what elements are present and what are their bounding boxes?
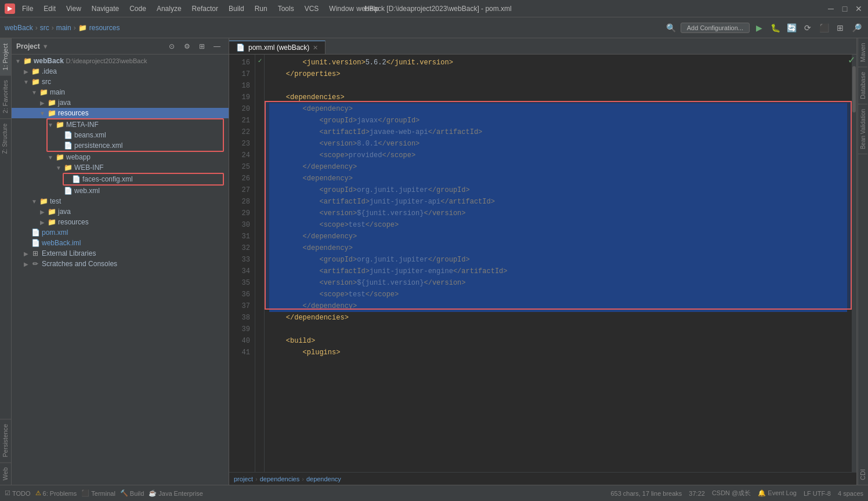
spaces-info[interactable]: 4 spaces — [838, 490, 863, 497]
search-everywhere-icon[interactable]: 🔎 — [849, 21, 863, 35]
tree-item-webback[interactable]: ▼ 📁 webBack D:\ideaproject2023\webBack — [12, 56, 229, 66]
breadcrumb-webback[interactable]: webBack — [5, 24, 33, 32]
scrollbar-thumb[interactable] — [852, 66, 856, 112]
tree-item-web-inf[interactable]: ▼ 📁 WEB-INF — [12, 162, 229, 173]
panel-tab-project[interactable]: 1: Project — [0, 38, 11, 75]
folder-icon-java: 📁 — [46, 99, 57, 107]
todo-button[interactable]: ☑ TODO — [5, 489, 31, 497]
panel-tab-favorites[interactable]: 2: Favorites — [0, 75, 11, 118]
tree-item-ext-lib[interactable]: ▶ ⊞ External Libraries — [12, 248, 229, 259]
tree-item-faces-config[interactable]: ▶ 📄 faces-config.xml — [12, 174, 229, 184]
tab-close-pom[interactable]: ✕ — [313, 44, 318, 52]
project-gear-icon[interactable]: ⚙ — [180, 39, 194, 53]
tree-item-idea[interactable]: ▶ 📁 .idea — [12, 66, 229, 77]
stop-button[interactable]: ⬛ — [817, 21, 831, 35]
profile-button[interactable]: ⟳ — [801, 21, 815, 35]
project-expand-icon[interactable]: ⊞ — [195, 39, 209, 53]
problems-button[interactable]: ⚠ 6: Problems — [35, 489, 77, 497]
breadcrumb-resources[interactable]: resources — [89, 24, 120, 32]
code-view[interactable]: <junit.version>5.6.2</junit.version> </p… — [265, 55, 852, 472]
file-icon-beans: 📄 — [63, 131, 73, 139]
nav-project[interactable]: project — [234, 475, 253, 482]
vertical-scrollbar[interactable] — [852, 55, 856, 472]
tree-item-main[interactable]: ▼ 📁 main — [12, 87, 229, 97]
database-panel-tab[interactable]: Database — [858, 67, 867, 104]
close-button[interactable]: ✕ — [854, 4, 863, 13]
menu-analyze[interactable]: Analyze — [152, 3, 186, 14]
build-button[interactable]: 🔨 Build — [120, 489, 144, 497]
menu-view[interactable]: View — [62, 3, 86, 14]
menu-window[interactable]: Window — [324, 3, 359, 14]
nav-dependency[interactable]: dependency — [306, 475, 341, 482]
more-button[interactable]: ⊞ — [833, 21, 847, 35]
code-line-21: <groupId>javax</groupId> — [269, 115, 847, 126]
menu-edit[interactable]: Edit — [39, 3, 60, 14]
csdn-label: CSDN @成长 — [712, 489, 751, 498]
menu-navigate[interactable]: Navigate — [87, 3, 124, 14]
tab-label-pom: pom.xml (webBack) — [248, 43, 309, 52]
tree-spacer-test-res: ▶ — [38, 219, 46, 226]
editor-tab-pom[interactable]: 📄 pom.xml (webBack) ✕ — [229, 41, 326, 54]
tree-arrow-idea: ▶ — [22, 68, 30, 75]
project-header-icons: ⊙ ⚙ ⊞ — — [165, 39, 224, 53]
project-locate-icon[interactable]: ⊙ — [165, 39, 179, 53]
tree-item-scratches[interactable]: ▶ ✏ Scratches and Consoles — [12, 259, 229, 269]
tree-arrow-test: ▼ — [30, 198, 38, 205]
menu-build[interactable]: Build — [224, 3, 249, 14]
editor-area: 📄 pom.xml (webBack) ✕ 16171819 202122232… — [229, 38, 856, 485]
chars-info: 653 chars, 17 line breaks — [610, 490, 682, 497]
terminal-button[interactable]: ⬛ Terminal — [81, 489, 115, 497]
tree-arrow-webapp: ▼ — [46, 154, 55, 161]
encoding-info[interactable]: LF UTF-8 — [804, 490, 831, 497]
menu-tools[interactable]: Tools — [273, 3, 299, 14]
bean-validation-panel-tab[interactable]: Bean Validation — [859, 104, 867, 154]
line-numbers: 16171819 2021222324 2526272829 303132333… — [229, 55, 255, 472]
maximize-button[interactable]: □ — [840, 4, 849, 13]
tree-item-test[interactable]: ▼ 📁 test — [12, 196, 229, 206]
tree-item-pom[interactable]: ▶ 📄 pom.xml — [12, 227, 229, 238]
breadcrumb-main[interactable]: main — [56, 24, 71, 32]
tree-item-java[interactable]: ▶ 📁 java — [12, 97, 229, 108]
maven-panel-tab[interactable]: Maven — [858, 38, 867, 67]
menu-code[interactable]: Code — [125, 3, 151, 14]
panel-tab-web[interactable]: Web — [0, 462, 11, 485]
java-enterprise-label: Java Enterprise — [158, 490, 202, 497]
nav-bar: project › dependencies › dependency — [229, 472, 856, 485]
tree-item-web-xml[interactable]: ▶ 📄 web.xml — [12, 186, 229, 196]
coverage-button[interactable]: 🔄 — [784, 21, 798, 35]
tree-arrow-web-inf: ▼ — [55, 165, 63, 171]
tree-item-meta-inf[interactable]: ▼ 📁 META-INF — [12, 119, 229, 130]
minimize-button[interactable]: ─ — [826, 4, 836, 13]
menu-vcs[interactable]: VCS — [300, 3, 324, 14]
tree-spacer-pom: ▶ — [22, 230, 30, 236]
debug-button[interactable]: 🐛 — [768, 21, 782, 35]
panel-tab-structure[interactable]: Z: Structure — [0, 118, 11, 158]
cdi-panel-tab[interactable]: CDI — [858, 464, 867, 485]
menu-refactor[interactable]: Refactor — [187, 3, 223, 14]
panel-tab-persistence[interactable]: Persistence — [0, 419, 11, 462]
project-collapse-icon[interactable]: — — [210, 39, 224, 53]
tree-item-persistence-xml[interactable]: ▶ 📄 persistence.xml — [12, 140, 229, 151]
java-enterprise-button[interactable]: ☕ Java Enterprise — [149, 489, 202, 497]
menu-file[interactable]: File — [17, 3, 38, 14]
tree-label-webback: webBack D:\ideaproject2023\webBack — [34, 57, 147, 65]
tree-item-test-resources[interactable]: ▶ 📁 resources — [12, 217, 229, 227]
event-log-button[interactable]: 🔔 Event Log — [758, 489, 797, 497]
tree-item-iml[interactable]: ▶ 📄 webBack.iml — [12, 238, 229, 248]
nav-dependencies[interactable]: dependencies — [260, 475, 300, 482]
toolbar-search-icon[interactable]: 🔍 — [664, 21, 678, 35]
tree-label-web: web.xml — [74, 187, 100, 195]
add-configuration-button[interactable]: Add Configuration... — [681, 23, 750, 33]
tree-item-src[interactable]: ▼ 📁 src — [12, 77, 229, 87]
cursor-position[interactable]: 37:22 — [689, 490, 705, 497]
tree-spacer-iml: ▶ — [22, 240, 30, 246]
nav-sep1: › — [255, 475, 258, 482]
breadcrumb-src[interactable]: src — [40, 24, 49, 32]
tree-spacer-beans: ▶ — [55, 132, 63, 139]
tree-item-test-java[interactable]: ▶ 📁 java — [12, 206, 229, 217]
tree-item-webapp[interactable]: ▼ 📁 webapp — [12, 152, 229, 162]
tree-item-resources[interactable]: ▼ 📁 resources — [12, 108, 229, 118]
menu-run[interactable]: Run — [250, 3, 272, 14]
run-button[interactable]: ▶ — [752, 21, 766, 35]
tree-item-beans-xml[interactable]: ▶ 📄 beans.xml — [12, 130, 229, 140]
